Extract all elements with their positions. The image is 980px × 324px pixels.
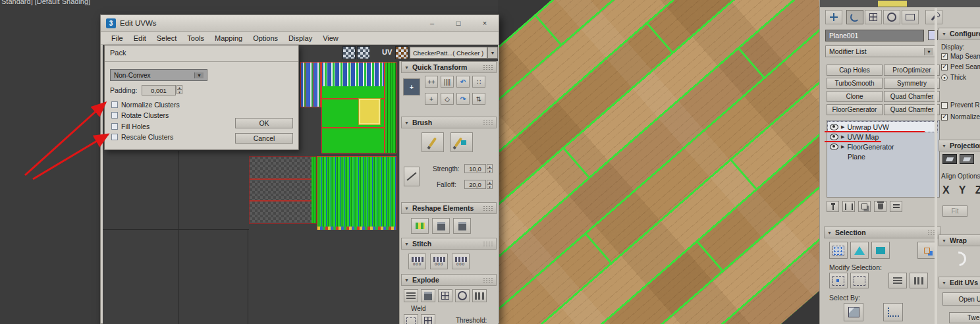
strength-spinner[interactable]: ▲ ▼ <box>487 164 493 173</box>
menu-select[interactable]: Select <box>151 33 182 43</box>
spinner-down-icon[interactable]: ▼ <box>487 169 493 173</box>
select-vertex-button[interactable] <box>829 242 848 259</box>
tab-modify[interactable] <box>846 10 863 24</box>
stack-item-floorgenerator[interactable]: ▶ FloorGenerator <box>828 142 937 151</box>
spinner-down-icon[interactable]: ▼ <box>177 90 182 94</box>
select-by-element-button[interactable] <box>917 242 936 259</box>
rollout-brush[interactable]: ▼ Brush <box>401 117 497 128</box>
rollout-selection[interactable]: ▼ Selection <box>824 227 941 238</box>
window-titlebar[interactable]: 3 Edit UVWs – □ × <box>101 15 499 32</box>
modifier-button-cap-holes[interactable]: Cap Holes <box>827 65 883 76</box>
ok-button[interactable]: OK <box>235 118 293 128</box>
rollout-wrap[interactable]: ▼ Wrap <box>939 234 980 246</box>
space-vertical-button[interactable]: ⇅ <box>472 93 485 105</box>
menu-tools[interactable]: Tools <box>182 33 209 43</box>
modifier-button-quad-chamfer-2[interactable]: Quad Chamfer <box>884 104 940 115</box>
straighten-selection-button[interactable] <box>411 218 429 234</box>
spinner-up-icon[interactable]: ▲ <box>487 164 493 169</box>
weld-all-button[interactable] <box>421 314 435 324</box>
checkbox-peel-seams[interactable]: ✓ Peel Seams <box>941 63 980 70</box>
menu-display[interactable]: Display <box>283 33 317 43</box>
perspective-viewport[interactable] <box>498 0 819 324</box>
object-name-field[interactable]: Plane001 <box>825 30 924 41</box>
uv-island-striped[interactable] <box>300 62 321 107</box>
select-column-button[interactable] <box>910 273 928 288</box>
menu-options[interactable]: Options <box>248 33 283 43</box>
make-unique-button[interactable] <box>858 201 871 212</box>
modifier-button-symmetry[interactable]: Symmetry <box>884 78 940 89</box>
texture-selector-arrow[interactable]: ▼ <box>487 47 498 59</box>
align-vertical-button[interactable]: |||| <box>441 76 454 88</box>
falloff-value-field[interactable]: 20,0 <box>464 180 486 189</box>
select-row-button[interactable] <box>888 273 907 288</box>
checkbox-normalize-clusters[interactable]: Normalize Clusters <box>111 101 180 109</box>
shrink-selection-button[interactable] <box>850 273 869 288</box>
wrap-tool-icon[interactable] <box>949 249 969 269</box>
open-uv-editor-button[interactable]: Open UV <box>942 292 980 306</box>
pack-method-dropdown[interactable]: Non-Convex ▼ <box>110 69 207 81</box>
checker-pattern-icon-2[interactable] <box>357 46 370 59</box>
expand-arrow-icon[interactable]: ▶ <box>841 144 844 149</box>
planar-projection-button[interactable] <box>942 154 957 164</box>
weld-selected-button[interactable] <box>404 314 418 324</box>
rollout-stitch[interactable]: ▼ Stitch <box>401 238 497 250</box>
modifier-list-dropdown[interactable]: Modifier List ▼ <box>825 45 937 57</box>
checkbox-fill-holes[interactable]: Fill Holes <box>111 122 150 130</box>
axis-buttons[interactable]: X Y Z <box>942 184 980 196</box>
checkbox-rotate-clusters[interactable]: Rotate Clusters <box>111 111 169 119</box>
fit-button[interactable]: Fit <box>942 205 967 217</box>
tab-motion[interactable] <box>883 10 900 24</box>
close-button[interactable]: × <box>480 19 489 27</box>
checkbox-rescale-clusters[interactable]: Rescale Clusters <box>111 133 173 141</box>
explode-by-edge-button[interactable] <box>404 289 418 302</box>
stack-item-plane[interactable]: Plane <box>828 151 937 161</box>
tab-display[interactable] <box>902 10 919 24</box>
stitch-source-button[interactable]: 000 <box>452 254 470 269</box>
freeform-gizmo-button[interactable]: + <box>403 78 420 95</box>
modifier-button-clone[interactable]: Clone <box>827 91 883 102</box>
checkbox-map-seams[interactable]: ✓ Map Seams <box>941 53 980 60</box>
relax-until-flat-button[interactable] <box>432 218 450 234</box>
rollout-reshape-elements[interactable]: ▼ Reshape Elements <box>401 202 497 214</box>
radio-thick[interactable]: ● Thick <box>941 74 966 81</box>
panel-tab-highlight[interactable] <box>878 1 907 7</box>
menu-file[interactable]: File <box>106 33 128 43</box>
falloff-spinner[interactable]: ▲ ▼ <box>487 180 493 189</box>
tab-hierarchy[interactable] <box>865 10 882 24</box>
rotate-cw-button[interactable]: ↷ <box>456 93 470 105</box>
expand-arrow-icon[interactable]: ▶ <box>841 124 844 130</box>
pin-stack-button[interactable] <box>827 201 839 212</box>
menu-view[interactable]: View <box>317 33 344 43</box>
wood-floor-plane[interactable] <box>498 0 819 324</box>
linear-align-button[interactable]: ◇ <box>441 93 454 105</box>
select-by-polyline-button[interactable] <box>883 303 903 321</box>
spinner-down-icon[interactable]: ▼ <box>487 184 493 189</box>
texture-selector-dropdown[interactable]: CheckerPatt...( Checker ) <box>410 47 487 59</box>
modifier-button-prooptimizer[interactable]: ProOptimizer <box>884 65 940 76</box>
stitch-average-button[interactable]: 000 <box>430 254 448 269</box>
viewport-shading-label[interactable]: Standard] [Default Shading] <box>1 0 90 5</box>
falloff-curve-button[interactable] <box>404 167 420 186</box>
spinner-up-icon[interactable]: ▲ <box>487 180 493 184</box>
uv-island-selected[interactable] <box>358 98 381 125</box>
strength-value-field[interactable]: 10,0 <box>464 164 486 173</box>
rollout-edit-uvs[interactable]: ▼ Edit UVs <box>939 277 980 288</box>
padding-value-field[interactable]: 0,001 <box>142 85 176 95</box>
stitch-custom-button[interactable]: 000 <box>408 254 426 269</box>
configure-modifier-sets-button[interactable] <box>890 201 902 212</box>
uv-island-strip[interactable] <box>385 62 396 153</box>
grow-selection-button[interactable] <box>829 273 848 288</box>
menu-edit[interactable]: Edit <box>128 33 151 43</box>
spinner-up-icon[interactable]: ▲ <box>177 85 182 90</box>
explode-by-material-button[interactable] <box>455 289 470 302</box>
expand-arrow-icon[interactable]: ▶ <box>841 134 844 140</box>
checkbox-prevent-reflattening[interactable]: Prevent R <box>941 101 979 109</box>
paint-move-brush-button[interactable] <box>422 132 444 152</box>
rollout-explode[interactable]: ▼ Explode <box>401 274 497 286</box>
uv-island-checker[interactable] <box>249 156 317 224</box>
relax-button[interactable] <box>453 218 471 234</box>
modifier-button-floorgenerator[interactable]: FloorGenerator <box>827 104 883 115</box>
minimize-button[interactable]: – <box>427 19 437 27</box>
remove-modifier-button[interactable] <box>874 201 886 212</box>
padding-spinner[interactable]: ▲ ▼ <box>177 85 182 94</box>
